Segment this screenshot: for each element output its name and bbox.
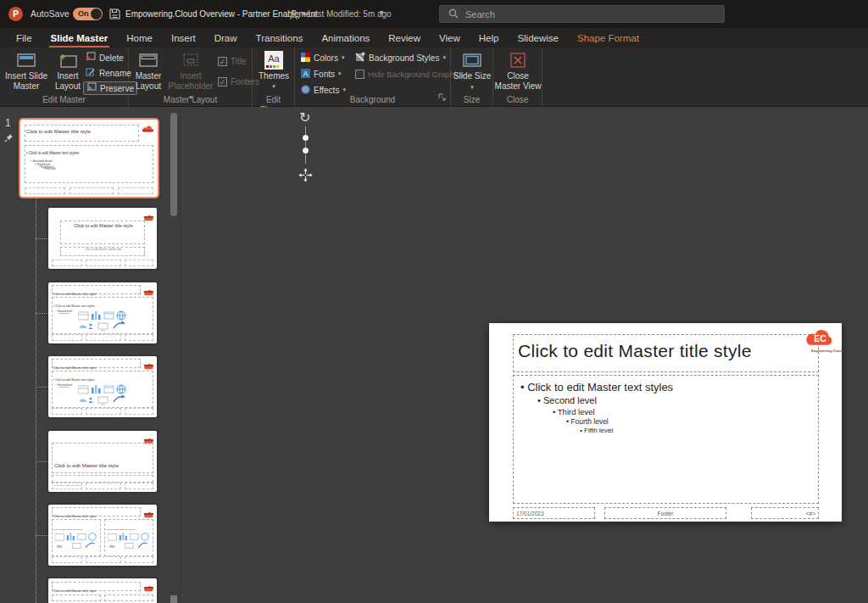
thumbnail-content-layout-2[interactable]: Click to edit Master title style • Click… [48, 356, 157, 417]
date-text: 17/01/2023 [514, 508, 594, 516]
hide-background-graphics-checkbox: ✓ Hide Background Graphics [353, 67, 467, 81]
tab-review[interactable]: Review [379, 28, 430, 47]
rotate-handle-icon[interactable]: ↻ [299, 109, 310, 126]
slide-number-placeholder[interactable]: <#> [751, 507, 819, 519]
thumbnail-title-layout[interactable]: Click to edit Master title style Click t… [48, 208, 157, 269]
close-master-view-button[interactable]: Close Master View [494, 50, 542, 92]
thumb-date-placeholder [52, 556, 82, 563]
shape-endpoint-handle[interactable] [303, 135, 309, 141]
thumb-title-placeholder: Click to edit Master title style [52, 582, 141, 591]
slide-size-icon [453, 50, 492, 70]
body-placeholder[interactable]: Click to edit Master text styles Second … [513, 375, 819, 504]
editing-canvas: ↻ Click to edit Master title style EC Em… [181, 108, 868, 603]
delete-icon [86, 52, 96, 64]
thumb-title-placeholder: Click to edit Master title style [25, 125, 139, 142]
thumbnail-tree-branch [36, 461, 48, 462]
content-graphics-icons [78, 383, 127, 405]
tab-transitions[interactable]: Transitions [247, 28, 313, 47]
thumb-body-placeholder: • Click to edit Master text styles • Sec… [25, 145, 153, 183]
content-graphics-icons [78, 310, 127, 332]
master-title-text: Click to edit Master title style [514, 335, 818, 361]
thumb-number-placeholder [125, 334, 153, 341]
colors-button[interactable]: Colors ▾ [298, 51, 347, 64]
thumb-number-placeholder [125, 260, 153, 266]
tab-help[interactable]: Help [470, 28, 509, 47]
ribbon: Insert Slide Master Insert Layout Delete… [0, 47, 868, 107]
tab-insert[interactable]: Insert [162, 28, 205, 47]
chevron-down-icon: ▾ [338, 70, 342, 77]
powerpoint-window: P AutoSave On Empowering.Cloud Overview … [0, 0, 868, 603]
tab-slide-master[interactable]: Slide Master [42, 28, 118, 47]
tab-home[interactable]: Home [117, 28, 162, 47]
effects-icon [301, 85, 310, 96]
slide-number-text: <#> [752, 508, 818, 516]
autosave-toggle[interactable]: On [73, 8, 103, 20]
search-input[interactable] [465, 9, 703, 20]
checkbox-checked-icon: ✓ [218, 77, 227, 87]
thumbnail-slide-master[interactable]: Click to edit Master title style • Click… [20, 120, 158, 197]
insert-slide-master-button[interactable]: Insert Slide Master [2, 50, 51, 92]
insert-layout-button[interactable]: Insert Layout [53, 50, 83, 92]
tab-file[interactable]: File [7, 28, 42, 47]
fonts-button[interactable]: A Fonts ▾ [298, 67, 344, 81]
checkbox-checked-icon: ✓ [218, 57, 227, 66]
person-edit-icon [289, 8, 300, 24]
title-checkbox: ✓ Title [215, 54, 249, 68]
tab-shape-format[interactable]: Shape Format [568, 28, 648, 47]
tab-draw[interactable]: Draw [205, 28, 247, 47]
thumb-title-placeholder: Click to edit Master title style [52, 359, 141, 368]
slide-size-button[interactable]: Slide Size ▾ [453, 50, 492, 92]
title-placeholder[interactable]: Click to edit Master title style [513, 334, 819, 372]
thumbnail-two-content-layout[interactable]: Click to edit Master title style • Click… [48, 505, 157, 566]
group-label-edit-theme: Edit Theme [253, 95, 294, 106]
shape-endpoint-handle[interactable] [303, 148, 309, 154]
pin-icon [4, 131, 14, 146]
last-modified-label[interactable]: • Last Modified: 5m ago [303, 9, 392, 19]
group-close: Close Master View Close [493, 47, 542, 107]
panel-scrollbar-thumb[interactable] [170, 113, 177, 216]
insert-placeholder-icon [168, 50, 214, 70]
thumb-date-placeholder [52, 408, 82, 415]
tab-view[interactable]: View [430, 28, 470, 47]
group-edit-master: Insert Slide Master Insert Layout Delete… [0, 47, 129, 107]
svg-text:A: A [303, 70, 308, 78]
master-layout-icon [131, 50, 166, 70]
panel-scrollbar-arrow[interactable] [170, 595, 177, 603]
tab-slidewise[interactable]: Slidewise [508, 28, 568, 47]
thumb-footer-placeholder [86, 483, 121, 489]
thumbnail-comparison-layout[interactable]: Click to edit Master title style Click t… [48, 578, 157, 603]
chevron-down-icon: ▾ [342, 54, 345, 61]
thumbnail-section-header-layout[interactable]: Click to edit Master title style Click t… [48, 431, 157, 492]
rename-button[interactable]: Rename [83, 66, 134, 80]
ec-logo-caption: Empowering.Cloud [811, 349, 826, 353]
powerpoint-app-icon[interactable]: P [8, 7, 23, 21]
dialog-launcher-icon[interactable] [438, 90, 447, 105]
save-icon[interactable] [108, 8, 121, 24]
master-layout-button[interactable]: Master Layout [131, 50, 166, 92]
group-size: Slide Size ▾ Size [451, 47, 493, 107]
ec-logo[interactable]: EC Empowering.Cloud [802, 327, 836, 357]
tab-animations[interactable]: Animations [312, 28, 379, 47]
thumb-body-placeholder: • Click to edit Master text styles • Sec… [52, 371, 153, 408]
chevron-down-icon: ▾ [254, 81, 293, 92]
group-label-master-layout: Master Layout [129, 95, 252, 106]
rename-icon [86, 67, 96, 79]
autosave-state: On [78, 9, 89, 18]
thumb-footer-placeholder [86, 334, 121, 341]
delete-button[interactable]: Delete [83, 51, 126, 64]
thumbnail-content-layout[interactable]: Click to edit Master title style • Click… [48, 282, 157, 343]
background-styles-button[interactable]: Background Styles ▾ [353, 51, 448, 64]
thumbnail-tree-branch [36, 238, 48, 239]
thumb-number-placeholder [125, 408, 153, 415]
thumb-number-placeholder [125, 556, 153, 563]
themes-button[interactable]: Aa Themes ▾ [254, 50, 293, 92]
thumb-title-placeholder: Click to edit Master title style [52, 443, 153, 473]
checkbox-unchecked-icon: ✓ [355, 70, 364, 79]
date-placeholder[interactable]: 17/01/2023 [513, 507, 595, 519]
thumb-footer-placeholder [86, 556, 121, 563]
footer-placeholder[interactable]: Footer [604, 507, 726, 519]
selected-shape-line[interactable] [305, 126, 306, 164]
search-box[interactable] [439, 5, 725, 23]
chevron-down-icon: ▾ [380, 8, 383, 16]
background-styles-icon [355, 52, 365, 64]
